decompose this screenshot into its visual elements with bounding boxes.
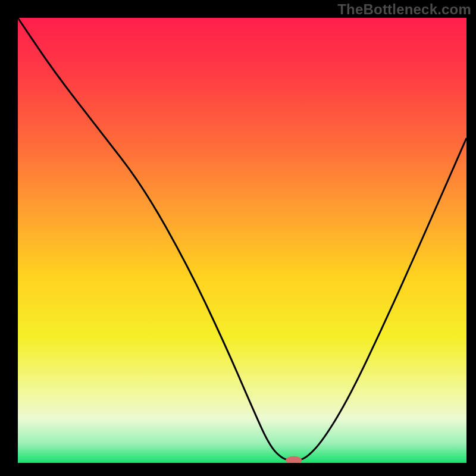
bottleneck-chart [0, 0, 476, 476]
frame-border-bottom [0, 463, 476, 476]
frame-border-left [0, 0, 18, 476]
plot-background [18, 18, 466, 463]
chart-frame: TheBottleneck.com [0, 0, 476, 476]
frame-border-right [466, 0, 476, 476]
watermark-text: TheBottleneck.com [337, 1, 471, 18]
